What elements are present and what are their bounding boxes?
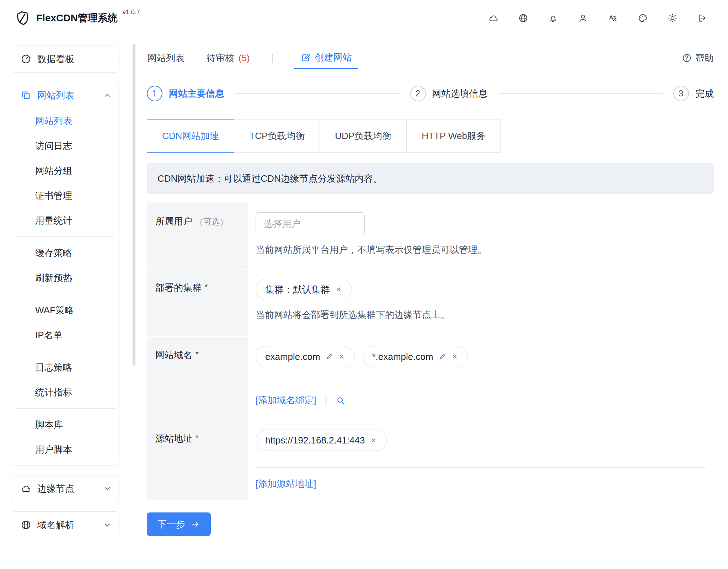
sidebar-section-label: 网站列表 <box>37 89 97 102</box>
sidebar-item-log-policy[interactable]: 日志策略 <box>11 355 119 380</box>
next-step-button[interactable]: 下一步 <box>147 512 211 536</box>
globe-icon <box>21 520 31 530</box>
sidebar-box-dashboard: 数据看板 <box>11 46 119 73</box>
sidebar-item-usage-stats[interactable]: 用量统计 <box>11 208 119 233</box>
sidebar-box-edge-nodes: 边缘节点 <box>11 475 119 502</box>
sidebar-section-dns[interactable]: 域名解析 <box>11 512 119 538</box>
type-tab-tcp[interactable]: TCP负载均衡 <box>234 119 320 153</box>
user-icon[interactable] <box>578 13 588 23</box>
logout-icon[interactable] <box>697 13 707 23</box>
info-banner: CDN网站加速：可以通过CDN边缘节点分发源站内容。 <box>147 163 714 194</box>
sidebar-item-script-library[interactable]: 脚本库 <box>11 412 119 437</box>
sidebar-box-partial <box>11 548 119 557</box>
form-value-cell: 当前网站所属平台用户，不填写表示仅管理员可以管理。 <box>248 203 714 270</box>
globe-icon[interactable] <box>518 13 528 23</box>
type-tab-udp[interactable]: UDP负载均衡 <box>320 119 407 153</box>
field-divider <box>256 384 706 384</box>
edit-square-icon <box>301 53 311 63</box>
sidebar-section-label: 域名解析 <box>37 519 97 531</box>
add-origin-link[interactable]: [添加源站地址] <box>256 478 316 490</box>
dashboard-icon <box>21 54 31 64</box>
sun-icon[interactable] <box>668 13 678 23</box>
tab-separator: | <box>271 47 274 69</box>
chevron-up-icon <box>103 91 112 100</box>
cloud-icon[interactable] <box>488 13 498 23</box>
form-row-domains: 网站域名 * example.com <box>147 337 714 420</box>
copy-icon <box>21 90 31 101</box>
field-divider <box>256 467 706 468</box>
required-asterisk: * <box>204 282 208 293</box>
form-label-cell: 源站地址 * <box>147 420 248 500</box>
sidebar-item-cert-management[interactable]: 证书管理 <box>11 183 119 208</box>
origin-tag: https://192.168.2.41:443 <box>256 430 387 451</box>
sidebar-section-edge-nodes[interactable]: 边缘节点 <box>11 475 119 502</box>
domain-tags: example.com *.example.com <box>256 346 706 367</box>
sidebar-item-dashboard[interactable]: 数据看板 <box>11 46 119 72</box>
remove-icon[interactable] <box>370 437 377 444</box>
cluster-tag: 集群：默认集群 <box>256 279 352 300</box>
sidebar-item-ip-lists[interactable]: IP名单 <box>11 323 119 347</box>
type-tab-http[interactable]: HTTP Web服务 <box>406 119 501 153</box>
required-asterisk: * <box>195 349 199 360</box>
origin-tag-label: https://192.168.2.41:443 <box>265 435 365 446</box>
pending-count-badge: (5) <box>239 53 250 64</box>
owner-help-text: 当前网站所属平台用户，不填写表示仅管理员可以管理。 <box>256 244 706 256</box>
edit-icon[interactable] <box>326 353 333 360</box>
sidebar-item-waf-policy[interactable]: WAF策略 <box>11 298 119 323</box>
tab-website-list[interactable]: 网站列表 <box>147 47 185 69</box>
tab-row: 网站列表 待审核(5) | 创建网站 <box>147 47 714 69</box>
main-content: 网站列表 待审核(5) | 创建网站 <box>137 36 728 569</box>
remove-icon[interactable] <box>451 353 458 360</box>
stepper: 1 网站主要信息 2 网站选填信息 3 完成 <box>147 86 714 101</box>
tab-create-label: 创建网站 <box>315 51 352 64</box>
scrollbar-thumb[interactable] <box>133 44 135 366</box>
tab-pending-review[interactable]: 待审核(5) <box>206 47 251 69</box>
bell-icon[interactable] <box>548 13 558 23</box>
step-connector <box>498 93 664 94</box>
sidebar-item-purge-prewarm[interactable]: 刷新预热 <box>11 265 119 290</box>
step-2-label: 网站选填信息 <box>432 87 488 100</box>
step-3-label: 完成 <box>695 87 714 100</box>
remove-icon[interactable] <box>338 353 345 360</box>
logo-area: FlexCDN管理系统 v1.0.7 <box>15 10 141 26</box>
sidebar-item-cache-policy[interactable]: 缓存策略 <box>11 240 119 265</box>
sidebar-item-website-list[interactable]: 网站列表 <box>11 108 119 133</box>
sidebar-item-metrics[interactable]: 统计指标 <box>11 380 119 405</box>
type-tab-cdn[interactable]: CDN网站加速 <box>147 119 234 153</box>
step-1-label: 网站主要信息 <box>169 87 224 100</box>
search-icon[interactable] <box>336 395 346 405</box>
palette-icon[interactable] <box>638 13 648 23</box>
owner-select-input[interactable] <box>256 212 365 235</box>
step-2-number: 2 <box>410 86 426 101</box>
header-icons <box>488 13 707 23</box>
translate-icon[interactable] <box>608 13 618 23</box>
origin-tags: https://192.168.2.41:443 <box>256 430 706 451</box>
domains-label: 网站域名 <box>155 349 192 361</box>
help-label: 帮助 <box>695 52 714 64</box>
form-row-origins: 源站地址 * https://192.168.2.41:443 <box>147 420 714 500</box>
required-asterisk: * <box>195 432 199 443</box>
sidebar-item-user-scripts[interactable]: 用户脚本 <box>11 437 119 462</box>
step-2: 2 网站选填信息 <box>410 86 488 101</box>
domain-tag: *.example.com <box>363 346 468 367</box>
form-value-cell: 集群：默认集群 当前网站将会部署到所选集群下的边缘节点上。 <box>248 270 714 337</box>
step-3: 3 完成 <box>673 86 714 101</box>
step-3-number: 3 <box>673 86 689 101</box>
sidebar-section-websites[interactable]: 网站列表 <box>11 82 119 108</box>
edit-icon[interactable] <box>439 353 446 360</box>
domain-actions: [添加域名绑定] | <box>256 394 706 406</box>
add-domain-link[interactable]: [添加域名绑定] <box>256 394 316 406</box>
domain-tag-label: *.example.com <box>372 351 433 362</box>
sidebar-item-access-logs[interactable]: 访问日志 <box>11 133 119 158</box>
origins-label: 源站地址 <box>155 432 192 445</box>
divider <box>15 408 115 409</box>
tab-create-website[interactable]: 创建网站 <box>294 47 358 69</box>
scrollbar <box>131 36 137 569</box>
app-logo-icon <box>15 10 31 26</box>
help-button[interactable]: 帮助 <box>682 47 714 69</box>
help-circle-icon <box>682 53 692 63</box>
domain-tag: example.com <box>256 346 355 367</box>
form-label-cell: 部署的集群 * <box>147 270 248 337</box>
sidebar-item-site-groups[interactable]: 网站分组 <box>11 158 119 183</box>
remove-icon[interactable] <box>335 286 342 293</box>
